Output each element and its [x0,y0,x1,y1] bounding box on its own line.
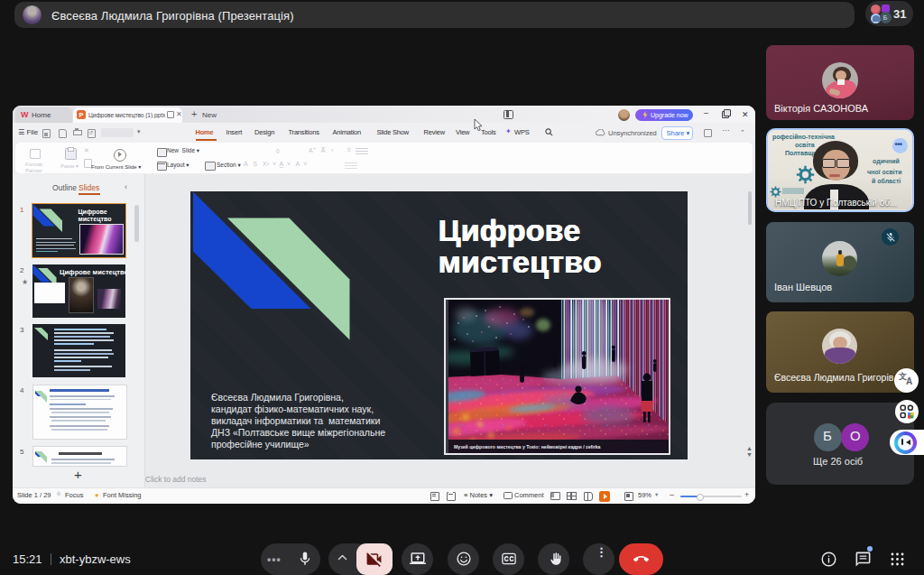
svg-text:Музей цифрового мистецтва у То: Музей цифрового мистецтва у Токіо: неймо… [454,444,601,450]
